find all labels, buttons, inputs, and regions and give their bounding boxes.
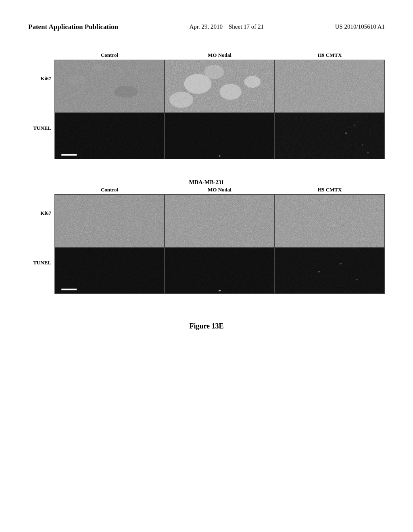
row-label-tunel-1: TUNEL — [33, 105, 51, 152]
section2-ki67-control — [54, 194, 165, 247]
row-labels-col-2: Ki67 TUNEL — [28, 187, 54, 286]
svg-point-21 — [219, 155, 220, 156]
section1-tunel-h9cmtx-img — [275, 113, 384, 159]
svg-point-25 — [362, 144, 363, 145]
section1-headers: Control MO Nodal H9 CMTX — [54, 52, 385, 60]
svg-point-11 — [244, 76, 261, 88]
section1-tunel-h9cmtx — [275, 113, 385, 159]
svg-rect-15 — [275, 60, 384, 112]
section1-ki67-row — [54, 60, 385, 113]
svg-rect-2 — [55, 60, 164, 112]
svg-point-5 — [91, 64, 106, 72]
svg-point-26 — [353, 125, 355, 126]
svg-point-47 — [340, 263, 342, 264]
svg-rect-30 — [55, 195, 164, 247]
section1-ki67-h9cmtx-img — [275, 60, 384, 112]
section2-tunel-monodal-img — [165, 248, 274, 293]
svg-point-3 — [67, 75, 87, 85]
section2-title: MDA-MB-231 — [189, 179, 224, 186]
date: Apr. 29, 2010 — [189, 23, 223, 30]
svg-point-24 — [345, 132, 347, 134]
row-label-ki67-2: Ki67 — [40, 187, 51, 240]
col-header-h9cmtx-1: H9 CMTX — [275, 52, 385, 60]
section2-ki67-row — [54, 194, 385, 247]
section2-tunel-row — [54, 247, 385, 294]
section1-tunel-control-img — [55, 113, 164, 159]
svg-rect-38 — [55, 248, 164, 293]
section2-ki67-h9cmtx-img — [275, 195, 384, 247]
col-header-h9cmtx-2: H9 CMTX — [275, 187, 385, 194]
section1-tunel-monodal — [165, 113, 275, 159]
section1-ki67-h9cmtx — [275, 60, 385, 113]
svg-point-9 — [220, 84, 242, 100]
figure-caption: Figure 13E — [189, 322, 223, 330]
date-sheet-info: Apr. 29, 2010 Sheet 17 of 21 — [189, 22, 264, 31]
svg-rect-18 — [61, 154, 77, 156]
svg-point-27 — [367, 152, 369, 154]
section2-ki67-h9cmtx — [275, 194, 385, 247]
section2-ki67-control-img — [55, 195, 164, 247]
sheet-info: Sheet 17 of 21 — [229, 23, 264, 30]
section2: MDA-MB-231 Ki67 TUNEL Control MO Nodal H… — [28, 175, 385, 294]
section1: Ki67 TUNEL Control MO Nodal H9 CMTX — [28, 52, 385, 159]
patent-number: US 2010/105610 A1 — [335, 22, 385, 31]
main-content: Ki67 TUNEL Control MO Nodal H9 CMTX — [0, 40, 413, 343]
svg-rect-20 — [165, 113, 274, 159]
section2-ki67-monodal-img — [165, 195, 274, 247]
col-header-monodal-1: MO Nodal — [165, 52, 275, 60]
svg-rect-36 — [275, 195, 384, 247]
svg-rect-39 — [61, 289, 77, 290]
section1-ki67-control-img — [55, 60, 164, 112]
section2-tunel-h9cmtx-img — [275, 248, 384, 293]
col-header-control-2: Control — [54, 187, 165, 194]
section2-grid: Ki67 TUNEL Control MO Nodal H9 CMTX — [28, 187, 385, 294]
row-label-tunel-2: TUNEL — [33, 240, 51, 286]
svg-point-12 — [169, 92, 194, 108]
page: Patent Application Publication Apr. 29, … — [0, 0, 413, 532]
section1-ki67-monodal — [165, 60, 275, 113]
svg-rect-33 — [165, 195, 274, 247]
svg-rect-41 — [165, 248, 274, 293]
section2-ki67-monodal — [165, 194, 275, 247]
svg-point-45 — [318, 271, 320, 272]
svg-point-10 — [204, 65, 224, 79]
section1-tunel-row — [54, 113, 385, 159]
svg-rect-23 — [275, 113, 384, 159]
section2-headers: Control MO Nodal H9 CMTX — [54, 187, 385, 194]
row-labels-col-1: Ki67 TUNEL — [28, 52, 54, 152]
svg-rect-17 — [55, 113, 164, 159]
section1-ki67-monodal-img — [165, 60, 274, 112]
section1-ki67-control — [54, 60, 165, 113]
publication-label: Patent Application Publication — [28, 22, 118, 32]
section1-tunel-control — [54, 113, 165, 159]
svg-point-42 — [219, 290, 221, 291]
section1-cols: Control MO Nodal H9 CMTX — [54, 52, 385, 159]
section2-tunel-monodal — [165, 247, 275, 294]
col-header-control-1: Control — [54, 52, 165, 60]
section2-tunel-control-img — [55, 248, 164, 293]
svg-rect-44 — [275, 248, 384, 293]
section2-tunel-h9cmtx — [275, 247, 385, 294]
svg-point-46 — [356, 279, 358, 280]
row-label-ki67-1: Ki67 — [40, 52, 51, 105]
section2-cols: Control MO Nodal H9 CMTX — [54, 187, 385, 294]
section1-grid: Ki67 TUNEL Control MO Nodal H9 CMTX — [28, 52, 385, 159]
svg-point-4 — [114, 86, 138, 98]
section1-tunel-monodal-img — [165, 113, 274, 159]
header: Patent Application Publication Apr. 29, … — [0, 0, 413, 40]
section2-tunel-control — [54, 247, 165, 294]
col-header-monodal-2: MO Nodal — [165, 187, 275, 194]
